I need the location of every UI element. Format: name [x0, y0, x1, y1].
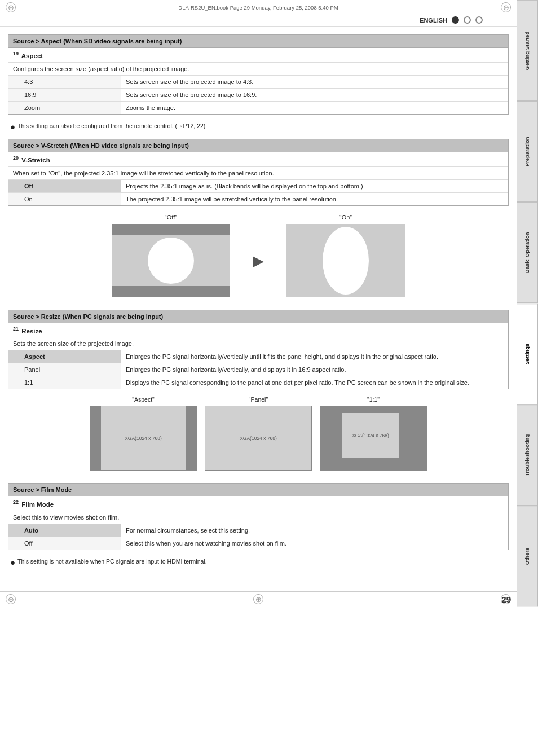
resize-option-aspect: Aspect Enlarges the PC signal horizontal… — [8, 350, 508, 363]
filmmode-note: ● This setting is not available when PC … — [8, 558, 509, 566]
aspect-option-name-2: 16:9 — [8, 89, 121, 101]
resize-aspect-box: XGA(1024 x 768) — [90, 406, 197, 471]
aspect-item-num: 19 — [13, 51, 19, 56]
page-number: 29 — [501, 595, 511, 604]
resize-option-panel: Panel Enlarges the PC signal horizontall… — [8, 363, 508, 376]
filmmode-option-auto: Auto For normal circumstances, select th… — [8, 524, 508, 537]
language-label: ENGLISH — [420, 17, 447, 24]
aspect-option-3: Zoom Zooms the image. — [8, 102, 508, 114]
resize-option-name-panel: Panel — [8, 363, 121, 376]
sidebar-item-settings[interactable]: Settings — [517, 304, 538, 405]
resize-item-num: 21 — [13, 326, 19, 332]
resize-item-name: Resize — [21, 327, 42, 334]
vstretch-off-circle — [148, 238, 194, 284]
sidebar-label-settings: Settings — [524, 344, 530, 364]
right-arrow-icon: ▶ — [253, 252, 264, 269]
filmmode-option-name-off: Off — [8, 537, 121, 550]
vstretch-off-inner — [112, 235, 230, 286]
vstretch-option-desc-on: The projected 2.35:1 image will be stret… — [121, 193, 508, 205]
aspect-note-text: This setting can also be configured from… — [17, 122, 205, 129]
page-top: ⊕ DLA-RS2U_EN.book Page 29 Monday, Febru… — [0, 0, 538, 606]
filmmode-header: Source > Film Mode — [8, 484, 508, 496]
sidebar-item-getting-started[interactable]: Getting Started — [517, 0, 538, 101]
sidebar-label-preparation: Preparation — [524, 137, 530, 166]
aspect-option-1: 4:3 Sets screen size of the projected im… — [8, 76, 508, 89]
sidebar-item-preparation[interactable]: Preparation — [517, 101, 538, 202]
resize-11-label: XGA(1024 x 768) — [352, 433, 389, 438]
sidebar-label-troubleshooting: Troubleshooting — [524, 434, 530, 476]
main-content: Source > Aspect (When SD video signals a… — [0, 27, 517, 591]
filmmode-option-name-auto: Auto — [8, 524, 121, 537]
aspect-note: ● This setting can also be configured fr… — [8, 122, 509, 131]
vstretch-diagrams: “Off” ▶ “On” — [8, 214, 509, 297]
resize-option-1-1: 1:1 Displays the PC signal corresponding… — [8, 376, 508, 389]
resize-11-inner: XGA(1024 x 768) — [342, 413, 399, 458]
resize-option-desc-1-1: Displays the PC signal corresponding to … — [121, 376, 508, 389]
resize-aspect-caption: "Aspect" — [132, 396, 155, 403]
sidebar-item-troubleshooting[interactable]: Troubleshooting — [517, 405, 538, 506]
top-right-corner: ⊕ — [501, 2, 511, 12]
bullet-2: ● — [10, 558, 15, 566]
resize-option-name-aspect: Aspect — [8, 350, 121, 363]
vstretch-item-num: 20 — [13, 155, 19, 161]
resize-header: Source > Resize (When PC signals are bei… — [8, 310, 508, 323]
aspect-option-desc-3: Zooms the image. — [121, 102, 508, 114]
crosshair-bl: ⊕ — [6, 594, 16, 604]
filmmode-item-num: 22 — [13, 499, 19, 505]
resize-option-desc-aspect: Enlarges the PC signal horizontally/vert… — [121, 350, 508, 363]
sidebar-label-getting-started: Getting Started — [524, 31, 530, 70]
resize-aspect-label: XGA(1024 x 768) — [125, 436, 162, 441]
vstretch-item-row: 20 V-Stretch — [8, 152, 508, 167]
filmmode-option-desc-off: Select this when you are not watching mo… — [121, 537, 508, 550]
vstretch-option-desc-off: Projects the 2.35:1 image as-is. (Black … — [121, 180, 508, 192]
vstretch-section: Source > V-Stretch (When HD video signal… — [8, 139, 509, 206]
filmmode-item-name: Film Mode — [21, 501, 54, 508]
sidebar-item-others[interactable]: Others — [517, 506, 538, 606]
sidebar-label-others: Others — [524, 547, 530, 565]
vstretch-on-box — [286, 224, 405, 297]
filmmode-desc: Select this to view movies shot on film. — [8, 511, 508, 524]
aspect-item-row: 19 Aspect — [8, 48, 508, 63]
aspect-header: Source > Aspect (When SD video signals a… — [8, 35, 508, 48]
sidebar-item-basic-operation[interactable]: Basic Operation — [517, 202, 538, 303]
aspect-option-desc-2: Sets screen size of the projected image … — [121, 89, 508, 101]
crosshair-tr: ⊕ — [501, 2, 511, 12]
english-section: ENGLISH — [420, 16, 483, 24]
resize-aspect-inner: XGA(1024 x 768) — [101, 406, 186, 470]
vstretch-on-circle — [323, 227, 369, 295]
resize-item-row: 21 Resize — [8, 323, 508, 338]
vstretch-off-container: “Off” — [112, 214, 230, 297]
resize-aspect-container: "Aspect" XGA(1024 x 768) — [90, 396, 197, 471]
resize-panel-box: XGA(1024 x 768) — [205, 406, 312, 471]
resize-11-caption: "1:1" — [367, 396, 380, 403]
bottom-corners: ⊕ ⊕ ⊕ — [0, 591, 517, 606]
circle-empty-1 — [464, 16, 471, 24]
vstretch-option-off: Off Projects the 2.35:1 image as-is. (Bl… — [8, 180, 508, 193]
filmmode-option-desc-auto: For normal circumstances, select this se… — [121, 524, 508, 537]
filmmode-section: Source > Film Mode 22 Film Mode Select t… — [8, 483, 509, 550]
top-header: ⊕ DLA-RS2U_EN.book Page 29 Monday, Febru… — [0, 0, 517, 14]
vstretch-off-box — [112, 224, 230, 297]
resize-option-name-1-1: 1:1 — [8, 376, 121, 389]
filmmode-item-row: 22 Film Mode — [8, 496, 508, 511]
resize-11-container: "1:1" XGA(1024 x 768) — [320, 396, 427, 471]
resize-panel-label: XGA(1024 x 768) — [240, 436, 277, 441]
vstretch-on-container: “On” — [286, 214, 405, 297]
top-left-corner: ⊕ — [6, 2, 16, 12]
resize-option-desc-panel: Enlarges the PC signal horizontally/vert… — [121, 363, 508, 376]
vstretch-off-caption: “Off” — [165, 214, 177, 221]
aspect-option-name-1: 4:3 — [8, 76, 121, 88]
vstretch-on-inner — [286, 224, 405, 297]
crosshair-bm: ⊕ — [253, 594, 263, 604]
aspect-desc: Configures the screen size (aspect ratio… — [8, 63, 508, 76]
vstretch-on-caption: “On” — [339, 214, 352, 221]
vstretch-item-name: V-Stretch — [21, 157, 50, 164]
filmmode-option-off: Off Select this when you are not watchin… — [8, 537, 508, 550]
vstretch-desc: When set to "On", the projected 2.35:1 i… — [8, 167, 508, 180]
resize-panel-caption: "Panel" — [249, 396, 268, 403]
file-info: DLA-RS2U_EN.book Page 29 Monday, Februar… — [178, 5, 338, 11]
filmmode-note-text: This setting is not available when PC si… — [17, 558, 207, 565]
aspect-option-2: 16:9 Sets screen size of the projected i… — [8, 89, 508, 102]
resize-desc: Sets the screen size of the projected im… — [8, 337, 508, 350]
vstretch-option-name-on: On — [8, 193, 121, 205]
